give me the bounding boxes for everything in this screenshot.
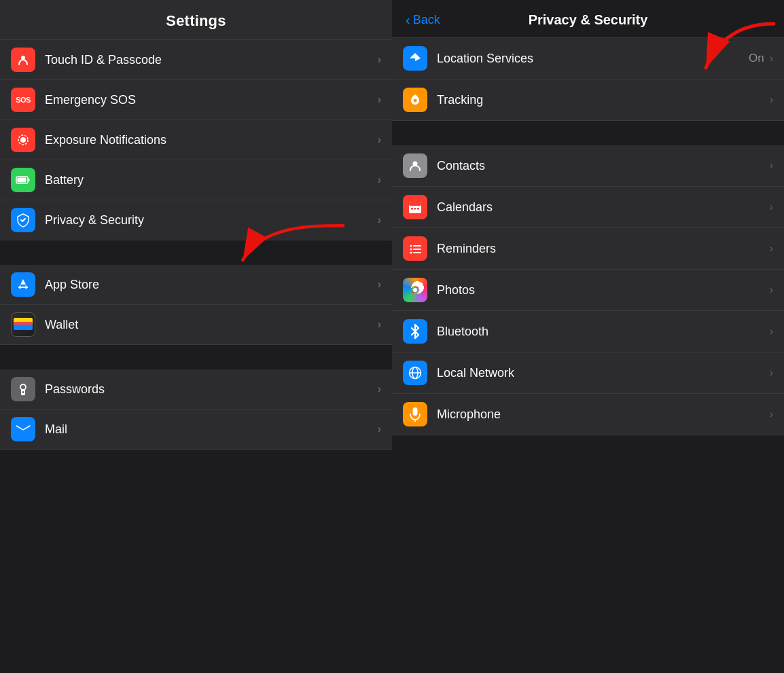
settings-group-top: Touch ID & Passcode › SOS Emergency SOS … [0,40,392,240]
svg-point-16 [414,99,417,103]
svg-rect-19 [409,202,421,206]
svg-rect-22 [411,208,413,210]
back-chevron-icon: ‹ [406,12,410,28]
mail-label: Mail [45,422,378,437]
right-list: Location Services On › Tracking › [392,38,784,673]
bluetooth-label: Bluetooth [437,325,770,339]
location-label: Location Services [437,52,749,66]
right-item-tracking[interactable]: Tracking › [392,79,784,121]
tracking-label: Tracking [437,93,770,107]
calendars-chevron: › [770,201,773,213]
localnet-chevron: › [770,367,773,379]
battery-label: Battery [45,173,378,187]
svg-rect-10 [14,325,33,330]
calendars-icon [403,195,427,219]
location-icon [403,46,427,71]
mail-chevron: › [378,423,381,435]
settings-item-appstore[interactable]: App Store › [0,265,392,305]
wallet-icon [11,312,35,337]
passwords-icon [11,377,35,401]
svg-rect-24 [417,208,419,210]
svg-rect-14 [16,424,30,434]
privacy-label: Privacy & Security [45,213,378,228]
battery-chevron: › [378,174,381,186]
settings-group-mid: App Store › Wallet › [0,265,392,345]
back-button[interactable]: ‹ Back [406,12,440,28]
exposure-label: Exposure Notifications [45,133,378,147]
right-group-1: Location Services On › Tracking › [392,38,784,121]
right-group-2: Contacts › Calendars › [392,145,784,435]
bluetooth-chevron: › [770,325,773,338]
touchid-icon [11,48,35,72]
settings-item-privacy[interactable]: Privacy & Security › [0,200,392,240]
localnet-label: Local Network [437,366,770,380]
svg-point-1 [20,137,26,143]
back-label: Back [413,13,440,27]
svg-point-35 [413,288,417,292]
tracking-icon [403,88,427,112]
photos-label: Photos [437,283,770,297]
right-item-bluetooth[interactable]: Bluetooth › [392,311,784,352]
settings-item-exposure[interactable]: Exposure Notifications › [0,120,392,160]
wallet-label: Wallet [45,318,378,332]
microphone-label: Microphone [437,407,770,422]
bluetooth-icon [403,319,427,344]
tracking-chevron: › [770,94,773,106]
right-item-calendars[interactable]: Calendars › [392,187,784,228]
passwords-chevron: › [378,383,381,395]
reminders-chevron: › [770,242,773,255]
settings-item-sos[interactable]: SOS Emergency SOS › [0,80,392,120]
touchid-chevron: › [378,54,381,66]
right-title: Privacy & Security [529,12,648,28]
section-gap-2 [0,345,392,369]
appstore-chevron: › [378,278,381,291]
settings-item-touchid[interactable]: Touch ID & Passcode › [0,40,392,80]
battery-icon [11,168,35,192]
photos-chevron: › [770,284,773,296]
settings-item-passwords[interactable]: Passwords › [0,369,392,410]
right-item-contacts[interactable]: Contacts › [392,145,784,187]
svg-point-25 [410,245,412,247]
left-header: Settings [0,0,392,40]
mail-icon [11,417,35,441]
right-item-localnet[interactable]: Local Network › [392,352,784,394]
sos-label: Emergency SOS [45,93,378,107]
appstore-label: App Store [45,278,378,292]
passwords-label: Passwords [45,382,378,397]
privacy-chevron: › [378,214,381,226]
right-panel: ‹ Back Privacy & Security Location [392,0,784,673]
location-value: On [749,52,764,65]
appstore-icon [11,272,35,297]
sos-chevron: › [378,94,381,106]
svg-rect-39 [413,407,418,416]
exposure-icon [11,128,35,152]
settings-list: Touch ID & Passcode › SOS Emergency SOS … [0,40,392,673]
svg-rect-4 [28,179,30,181]
contacts-chevron: › [770,160,773,172]
right-item-photos[interactable]: Photos › [392,270,784,311]
microphone-icon [403,402,427,426]
settings-item-battery[interactable]: Battery › [0,160,392,200]
settings-item-mail[interactable]: Mail › [0,410,392,450]
svg-rect-13 [22,391,24,393]
exposure-chevron: › [378,134,381,146]
right-item-reminders[interactable]: Reminders › [392,228,784,270]
group-divider [392,121,784,145]
right-item-microphone[interactable]: Microphone › [392,394,784,435]
settings-title: Settings [14,12,378,30]
svg-point-27 [410,249,412,251]
microphone-chevron: › [770,408,773,420]
reminders-label: Reminders [437,242,770,256]
photos-icon [403,278,427,302]
location-chevron: › [770,52,773,65]
reminders-icon [403,236,427,261]
contacts-icon [403,153,427,178]
calendars-label: Calendars [437,200,770,215]
settings-item-wallet[interactable]: Wallet › [0,305,392,345]
svg-rect-5 [18,178,26,183]
section-gap-1 [0,240,392,265]
sos-icon: SOS [11,88,35,112]
localnet-icon [403,361,427,385]
right-item-location[interactable]: Location Services On › [392,38,784,79]
touchid-label: Touch ID & Passcode [45,53,378,67]
